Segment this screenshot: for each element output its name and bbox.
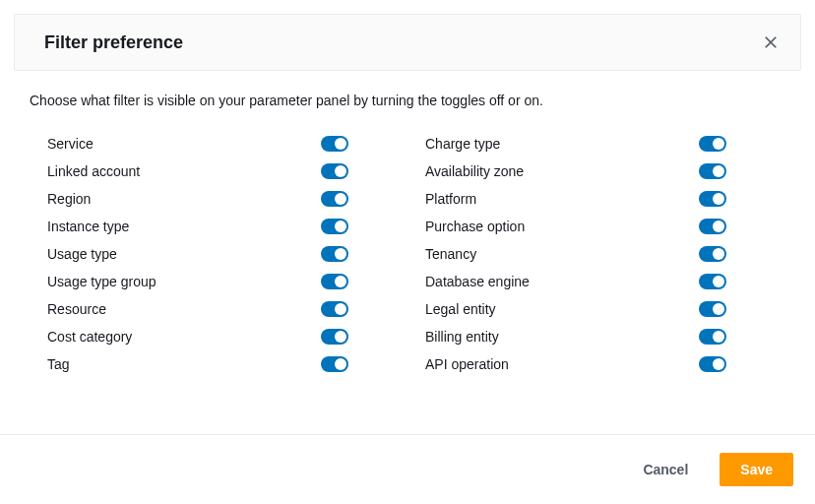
filter-column-right: Charge typeAvailability zonePlatformPurc… <box>408 136 785 372</box>
filter-row: API operation <box>425 356 785 372</box>
filter-toggle[interactable] <box>321 329 348 345</box>
filter-row: Usage type group <box>47 274 408 289</box>
filter-label: Purchase option <box>425 219 525 234</box>
filter-row: Cost category <box>47 329 408 345</box>
filter-toggle[interactable] <box>699 136 726 152</box>
filter-toggle[interactable] <box>699 219 726 234</box>
filter-toggle[interactable] <box>321 274 348 289</box>
filter-row: Billing entity <box>425 329 785 345</box>
filter-label: Charge type <box>425 136 500 152</box>
filter-row: Service <box>47 136 408 152</box>
filter-toggle[interactable] <box>321 246 348 262</box>
modal-body: Choose what filter is visible on your pa… <box>0 71 815 434</box>
filter-row: Availability zone <box>425 163 785 179</box>
filter-toggle[interactable] <box>699 163 726 179</box>
filter-toggle[interactable] <box>699 191 726 207</box>
filter-columns: ServiceLinked accountRegionInstance type… <box>30 136 785 372</box>
filter-row: Charge type <box>425 136 785 152</box>
filter-row: Platform <box>425 191 785 207</box>
filter-row: Purchase option <box>425 219 785 234</box>
filter-label: Database engine <box>425 274 530 289</box>
filter-label: Linked account <box>47 163 140 179</box>
filter-row: Usage type <box>47 246 408 262</box>
modal-header: Filter preference <box>14 14 801 71</box>
filter-row: Database engine <box>425 274 785 289</box>
modal-footer: Cancel Save <box>0 434 815 504</box>
filter-row: Linked account <box>47 163 408 179</box>
filter-label: Resource <box>47 301 106 317</box>
filter-label: Availability zone <box>425 163 524 179</box>
filter-row: Instance type <box>47 219 408 234</box>
filter-toggle[interactable] <box>321 301 348 317</box>
filter-toggle[interactable] <box>699 356 726 372</box>
filter-label: Region <box>47 191 91 207</box>
filter-row: Region <box>47 191 408 207</box>
filter-toggle[interactable] <box>321 356 348 372</box>
cancel-button[interactable]: Cancel <box>623 454 708 485</box>
filter-toggle[interactable] <box>699 301 726 317</box>
close-icon <box>764 35 778 49</box>
filter-toggle[interactable] <box>699 246 726 262</box>
filter-label: Platform <box>425 191 476 207</box>
filter-toggle[interactable] <box>321 191 348 207</box>
filter-label: Usage type group <box>47 274 157 289</box>
save-button[interactable]: Save <box>720 453 793 486</box>
filter-column-left: ServiceLinked accountRegionInstance type… <box>30 136 408 372</box>
close-button[interactable] <box>759 31 783 54</box>
filter-row: Tenancy <box>425 246 785 262</box>
filter-toggle[interactable] <box>321 219 348 234</box>
filter-row: Legal entity <box>425 301 785 317</box>
filter-toggle[interactable] <box>699 274 726 289</box>
filter-row: Tag <box>47 356 408 372</box>
filter-label: Usage type <box>47 246 117 262</box>
filter-label: Instance type <box>47 219 129 234</box>
filter-toggle[interactable] <box>321 163 348 179</box>
modal-description: Choose what filter is visible on your pa… <box>30 93 785 108</box>
filter-label: API operation <box>425 356 509 372</box>
filter-label: Tag <box>47 356 70 372</box>
filter-label: Legal entity <box>425 301 496 317</box>
filter-preference-modal: Filter preference Choose what filter is … <box>0 0 815 504</box>
filter-toggle[interactable] <box>699 329 726 345</box>
modal-title: Filter preference <box>44 32 183 53</box>
filter-label: Tenancy <box>425 246 476 262</box>
filter-label: Billing entity <box>425 329 499 345</box>
filter-label: Cost category <box>47 329 132 345</box>
filter-row: Resource <box>47 301 408 317</box>
filter-label: Service <box>47 136 94 152</box>
filter-toggle[interactable] <box>321 136 348 152</box>
